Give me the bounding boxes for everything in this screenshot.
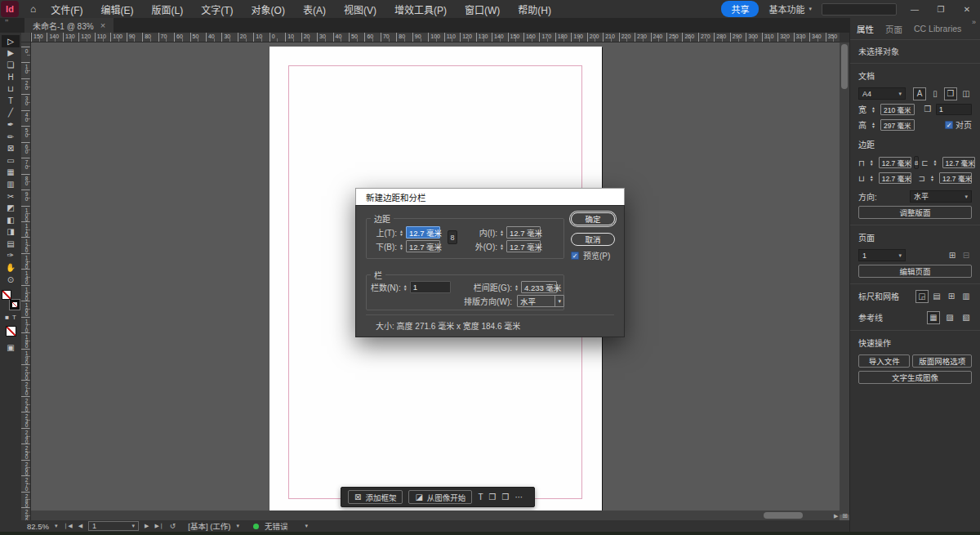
link-margins-icon[interactable]: 8 [448, 230, 457, 244]
writing-direction-dropdown[interactable]: 水平 ▾ [517, 295, 564, 307]
smart-guides-icon[interactable]: ▧ [960, 312, 972, 323]
chevron-right-icon[interactable]: ▶ [834, 513, 838, 519]
panel-margin-outer-field[interactable]: 12.7 毫米 [939, 172, 972, 184]
document-tab[interactable]: 未命名-1 @ 83% × [24, 18, 114, 33]
direct-selection-tool[interactable]: ▶ [2, 47, 20, 60]
frame-tool[interactable]: ⊠ [2, 142, 20, 154]
width-field[interactable]: 210 毫米 [880, 104, 915, 115]
search-input[interactable] [822, 3, 897, 16]
more-options-icon[interactable]: ⋯ [514, 493, 523, 502]
table-tool[interactable]: ▦ [2, 167, 20, 179]
formatting-affects-container-icon[interactable]: ■ [5, 314, 9, 321]
height-field[interactable]: 297 毫米 [880, 119, 915, 131]
tab-cc-libraries[interactable]: CC Libraries [914, 24, 961, 33]
type-tool[interactable]: T [2, 95, 20, 107]
menu-item-8[interactable]: 窗口(W) [465, 2, 500, 16]
start-from-image-button[interactable]: ◪ 从图像开始 [408, 490, 472, 504]
free-transform-tool[interactable]: ◩ [2, 202, 20, 214]
add-frame-button[interactable]: ⊠ 添加框架 [348, 490, 403, 504]
last-page-icon[interactable]: ▶❘ [154, 523, 163, 529]
stepper-icon[interactable]: ▲▼ [870, 175, 874, 181]
stepper-icon[interactable]: ▲▼ [514, 284, 519, 291]
page-size-a-icon[interactable]: A [914, 88, 925, 100]
fill-stroke-swatches[interactable] [2, 290, 20, 310]
close-button[interactable]: ✕ [959, 5, 975, 14]
stepper-icon[interactable]: ▲▼ [399, 243, 403, 250]
margin-outer-field[interactable]: 12.7 毫米 [506, 240, 541, 252]
first-page-icon[interactable]: ❘◀ [63, 523, 72, 529]
show-guides-icon[interactable]: ▦ [928, 312, 939, 323]
page-tool[interactable]: ❏ [2, 59, 20, 71]
baseline-grid-icon[interactable]: ▤ [931, 291, 942, 302]
zoom-level-value[interactable]: 82.5% [27, 522, 49, 531]
screen-mode-icon[interactable]: ▣ [7, 343, 14, 352]
chevron-down-icon[interactable]: ▾ [237, 523, 240, 529]
zoom-tool[interactable]: ⊙ [2, 274, 20, 286]
pages-count-field[interactable]: 1 [936, 104, 972, 115]
link-margins-icon[interactable]: 8 [914, 156, 919, 169]
restore-button[interactable]: ❐ [933, 5, 949, 14]
home-icon[interactable]: ⌂ [30, 3, 36, 15]
line-tool[interactable]: ╱ [2, 107, 20, 119]
pencil-tool[interactable]: ✏ [2, 131, 20, 143]
orientation-portrait-icon[interactable]: ▯ [929, 88, 941, 100]
stepper-icon[interactable]: ▲▼ [871, 106, 875, 113]
stepper-icon[interactable]: ▲▼ [930, 175, 934, 181]
history-icon[interactable]: ↺ [170, 522, 176, 530]
note-tool[interactable]: ▤ [2, 238, 20, 250]
vertical-scrollbar-thumb[interactable] [841, 44, 848, 89]
share-button[interactable]: 共享 [721, 1, 759, 17]
next-page-icon[interactable]: ▶ [145, 523, 149, 529]
stepper-icon[interactable]: ▲▼ [399, 230, 403, 236]
type-tool-shortcut-icon[interactable]: T [478, 493, 483, 502]
margin-top-field[interactable]: 12.7 毫米 [406, 226, 440, 239]
horizontal-scrollbar[interactable] [31, 510, 840, 520]
menu-item-7[interactable]: 增效工具(P) [394, 2, 447, 16]
menu-item-3[interactable]: 文字(T) [201, 2, 233, 16]
page-icon[interactable]: ❒ [488, 493, 496, 502]
tab-properties[interactable]: 属性 [857, 23, 874, 35]
minimize-button[interactable]: — [906, 5, 923, 14]
page-size-dropdown[interactable]: A4 ▾ [858, 87, 906, 100]
stepper-icon[interactable]: ▲▼ [403, 284, 408, 291]
tab-pages[interactable]: 页面 [885, 23, 902, 35]
stepper-icon[interactable]: ▲▼ [500, 243, 504, 250]
chevron-down-icon[interactable]: ▾ [55, 523, 58, 529]
chevron-down-icon[interactable]: ▾ [305, 523, 309, 529]
delete-page-icon[interactable]: ⊟ [960, 250, 972, 261]
panel-margin-bottom-field[interactable]: 12.7 毫米 [879, 172, 911, 184]
cancel-button[interactable]: 取消 [571, 233, 615, 246]
gradient-swatch-tool[interactable]: ◧ [2, 214, 20, 226]
text-to-image-button[interactable]: 文字生成图像 [858, 371, 972, 384]
import-file-button[interactable]: 导入文件 [858, 354, 910, 368]
grid-tool[interactable]: ▥ [2, 178, 20, 190]
stepper-icon[interactable]: ▲▼ [871, 122, 875, 128]
menu-item-6[interactable]: 视图(V) [344, 2, 376, 16]
edit-page-button[interactable]: 编辑页面 [858, 265, 972, 278]
menu-item-0[interactable]: 文件(F) [51, 2, 82, 16]
margin-bottom-field[interactable]: 12.7 毫米 [406, 240, 440, 252]
close-tab-icon[interactable]: × [100, 20, 105, 30]
horizontal-scrollbar-thumb[interactable] [764, 512, 803, 519]
horizontal-ruler[interactable]: 1501401301201101009080706050403020100102… [31, 33, 840, 42]
apply-none-icon[interactable] [6, 326, 16, 337]
layout-grid-options-button[interactable]: 版面网格选项 [912, 354, 972, 368]
dialog-title-bar[interactable]: 新建边距和分栏 [355, 188, 625, 205]
spread-view-icon[interactable]: ⊞ [842, 512, 848, 519]
adjust-layout-button[interactable]: 调整版面 [858, 206, 972, 219]
preview-checkbox[interactable]: ✓ [571, 252, 579, 260]
stepper-icon[interactable]: ▲▼ [933, 159, 938, 166]
stepper-icon[interactable]: ▲▼ [870, 159, 874, 166]
gradient-feather-tool[interactable]: ◨ [2, 226, 20, 239]
column-count-field[interactable]: 1 [410, 281, 451, 293]
ruler-origin-corner[interactable] [21, 33, 31, 42]
rectangle-tool[interactable]: ▭ [2, 154, 20, 167]
panel-menu-icon[interactable]: » [972, 18, 976, 26]
scissors-tool[interactable]: ✂ [2, 190, 20, 203]
layout-grid-icon[interactable]: ▥ [960, 291, 972, 302]
menu-item-1[interactable]: 编辑(E) [101, 2, 134, 16]
gutter-field[interactable]: 4.233 毫米 [521, 281, 557, 293]
stepper-icon[interactable]: ▲▼ [500, 230, 504, 236]
add-page-icon[interactable]: ⊞ [947, 250, 958, 261]
hand-tool[interactable]: ✋ [2, 261, 20, 274]
